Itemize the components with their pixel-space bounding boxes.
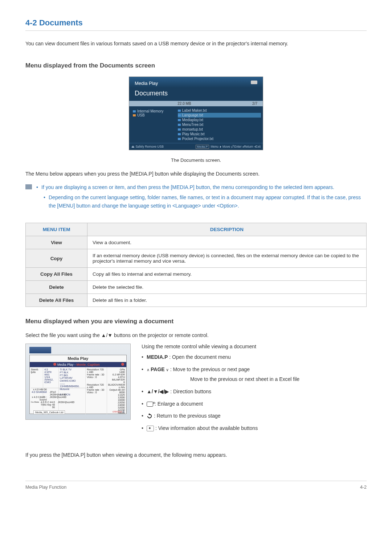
section2-subpara: Select the file you want using the ▲/▼ b… <box>25 332 367 338</box>
table-header: MENU ITEM <box>26 223 87 236</box>
page-title: 4-2 Documents <box>25 18 367 31</box>
footer-right: 4-2 <box>360 485 367 490</box>
screenshot-documents-screen: Media Play Documents 22.0 MB 2/7 Interna… <box>25 77 367 150</box>
info-icon <box>147 426 154 431</box>
screenshot-viewing-doc: Media Play Media Play - Movie_Caption Sk… <box>25 344 131 420</box>
enlarge-icon <box>147 402 153 407</box>
ss1-file: monsetup.txt <box>182 127 203 131</box>
remote-item-info: : View information about the available b… <box>142 425 299 432</box>
ss1-size: 22.0 MB <box>177 102 191 106</box>
ss1-file: Mediaplay.txt <box>182 118 203 122</box>
note-item: Depending on the current language settin… <box>44 193 367 210</box>
remote-item-mediap: MEDIA.P : Open the document menu <box>142 354 299 361</box>
remote-item-page: ∧ PAGE ∨ : Move to the previous or next … <box>142 366 299 383</box>
ss1-page: 2/7 <box>252 102 257 106</box>
ss1-internal: Internal Memory <box>137 109 163 113</box>
remote-item-enlarge: : Enlarge a document <box>142 401 299 408</box>
remote-instructions: Using the remote control while viewing a… <box>142 344 299 437</box>
ss1-usb: USB <box>137 113 145 117</box>
table-row: DeleteDelete the selected file. <box>26 281 367 294</box>
note-item: If you are displaying a screen or item, … <box>36 183 367 191</box>
table-row: CopyIf an external memory device (USB me… <box>26 249 367 268</box>
ss1-file: MenuTree.txt <box>182 123 204 127</box>
note-icon <box>25 184 32 189</box>
ss1-footer-right: Menu ⏵Move ⏎Enter ↺Return ⇥Exit <box>211 145 261 148</box>
usb-icon <box>251 81 257 84</box>
section-heading-1: Menu displayed from the Documents screen <box>25 62 367 69</box>
screenshot-caption: The Documents screen. <box>25 157 367 163</box>
return-icon <box>147 413 152 419</box>
ss1-title: Documents <box>129 88 263 101</box>
footer-left: Media Play Function <box>25 485 66 490</box>
ss2-title: Media Play <box>30 355 126 362</box>
ss1-footer-left: Safely Remove USB <box>135 145 163 148</box>
ss1-file: Play Music.txt <box>182 132 205 136</box>
table-row: Delete All FilesDelete all files in a fo… <box>26 294 367 307</box>
remote-title: Using the remote control while viewing a… <box>142 344 299 349</box>
table-row: ViewView a document. <box>26 236 367 249</box>
table-header: DESCRIPTION <box>87 223 367 236</box>
menu-table: MENU ITEM DESCRIPTION ViewView a documen… <box>25 223 367 307</box>
page-footer: Media Play Function 4-2 <box>25 481 367 490</box>
ss1-file: Label Maker.txt <box>182 108 207 112</box>
remote-item-return: : Return to the previous stage <box>142 413 299 420</box>
table-row: Copy All FilesCopy all files to internal… <box>26 268 367 281</box>
ss1-file: Pocket Projector.txt <box>182 137 213 141</box>
ss1-top: Media Play <box>135 81 158 86</box>
intro-text: You can view document files in various f… <box>25 40 367 48</box>
para-mediap: The Menu below appears when you press th… <box>25 170 367 178</box>
section-heading-2: Menu displayed when you are viewing a do… <box>25 318 367 325</box>
remote-item-direction: ▲/▼/◀/▶ : Direction buttons <box>142 388 299 395</box>
para-last: If you press the [MEDIA.P] button when v… <box>25 451 367 459</box>
note-block: If you are displaying a screen or item, … <box>25 183 367 212</box>
ss1-footer-tag: Media.P <box>196 145 209 149</box>
ss1-file: Language.txt <box>182 113 203 117</box>
